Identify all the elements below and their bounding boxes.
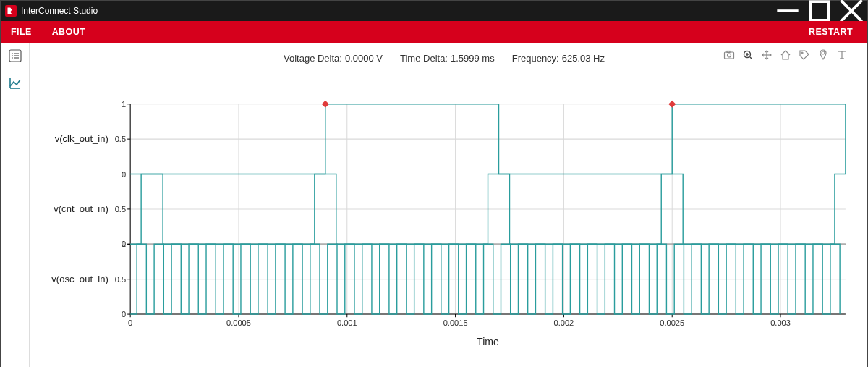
plot-area: Voltage Delta: 0.0000 V Time Delta: 1.59… bbox=[30, 43, 867, 367]
svg-text:0.5: 0.5 bbox=[115, 205, 126, 214]
menu-bar: FILE ABOUT RESTART bbox=[1, 21, 867, 43]
menu-file[interactable]: FILE bbox=[1, 21, 42, 43]
svg-text:1: 1 bbox=[122, 170, 126, 179]
svg-text:v(osc_out_in): v(osc_out_in) bbox=[51, 274, 109, 284]
svg-text:Time: Time bbox=[477, 336, 499, 347]
list-view-icon[interactable] bbox=[7, 47, 24, 64]
app-window: InterConnect Studio FILE ABOUT RESTART bbox=[0, 0, 868, 367]
svg-text:1: 1 bbox=[122, 240, 126, 248]
svg-text:v(cnt_out_in): v(cnt_out_in) bbox=[54, 203, 109, 214]
svg-text:0.5: 0.5 bbox=[115, 135, 126, 143]
svg-text:0.0005: 0.0005 bbox=[226, 319, 251, 327]
info-strip: Voltage Delta: 0.0000 V Time Delta: 1.59… bbox=[35, 48, 853, 67]
time-delta: Time Delta: 1.5999 ms bbox=[400, 53, 495, 64]
svg-marker-82 bbox=[322, 101, 329, 108]
svg-text:0.0025: 0.0025 bbox=[660, 319, 684, 327]
svg-text:0: 0 bbox=[128, 319, 132, 327]
title-bar[interactable]: InterConnect Studio bbox=[1, 1, 867, 21]
svg-text:0.001: 0.001 bbox=[337, 319, 357, 327]
frequency: Frequency: 625.03 Hz bbox=[512, 53, 605, 64]
svg-text:0: 0 bbox=[122, 310, 126, 319]
svg-marker-83 bbox=[668, 101, 676, 108]
svg-text:0.002: 0.002 bbox=[554, 319, 574, 327]
menu-restart[interactable]: RESTART bbox=[799, 21, 867, 43]
voltage-delta: Voltage Delta: 0.0000 V bbox=[284, 53, 383, 64]
menu-about[interactable]: ABOUT bbox=[42, 21, 95, 43]
maximize-button[interactable] bbox=[804, 1, 835, 21]
svg-text:0.0015: 0.0015 bbox=[443, 319, 468, 327]
svg-rect-1 bbox=[810, 1, 829, 20]
svg-text:1: 1 bbox=[122, 100, 126, 109]
close-button[interactable] bbox=[835, 1, 867, 21]
minimize-button[interactable] bbox=[772, 1, 804, 21]
window-title: InterConnect Studio bbox=[21, 6, 98, 16]
svg-text:0.5: 0.5 bbox=[115, 275, 126, 284]
app-icon bbox=[5, 5, 17, 17]
charts[interactable]: 10.50v(clk_out_in)10.50v(cnt_out_in)10.5… bbox=[35, 75, 853, 367]
plot-view-icon[interactable] bbox=[7, 75, 24, 92]
svg-text:0.003: 0.003 bbox=[770, 319, 791, 327]
svg-text:v(clk_out_in): v(clk_out_in) bbox=[55, 133, 109, 144]
left-rail bbox=[1, 43, 30, 367]
